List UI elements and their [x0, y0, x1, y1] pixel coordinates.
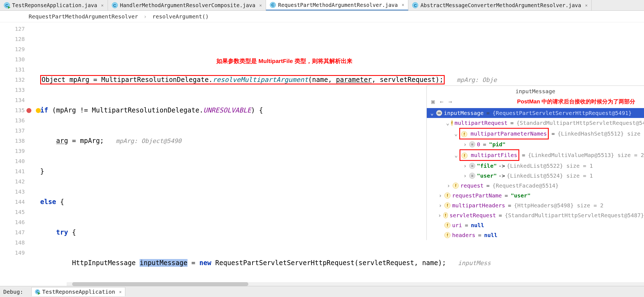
tab-file-2[interactable]: C RequestPartMethodArgumentResolver.java…	[266, 0, 408, 10]
tree-row[interactable]: ›frequest={RequestFacade@5514}	[427, 181, 644, 191]
annotation-red-1: 如果参数类型是 MultipartFile 类型，则将其解析出来	[216, 56, 352, 66]
tree-row[interactable]: ⌄f multipartFiles={LinkedMultiValueMap@5…	[427, 149, 644, 161]
forward-icon[interactable]: →	[449, 98, 452, 105]
close-icon[interactable]: ×	[400, 2, 404, 7]
close-icon[interactable]: ×	[117, 289, 122, 295]
horizontal-scrollbar[interactable]	[67, 282, 644, 286]
camera-icon[interactable]: ▣	[431, 98, 435, 105]
class-icon: C	[4, 2, 10, 8]
line-number-gutter: 1271281291301311321331341351361371381391…	[0, 22, 26, 286]
tab-file-3[interactable]: C AbstractMessageConverterMethodArgument…	[408, 0, 592, 10]
tab-label: HandlerMethodArgumentResolverComposite.j…	[120, 2, 256, 8]
breadcrumb: RequestPartMethodArgumentResolver › reso…	[0, 11, 644, 22]
class-icon: C	[112, 2, 118, 8]
close-icon[interactable]: ×	[99, 3, 104, 8]
back-icon[interactable]: ←	[440, 98, 443, 105]
run-config-name: TestReponseApplication	[42, 288, 115, 295]
tree-row[interactable]: ›frequestPartName="user"	[427, 191, 644, 200]
debug-panel-title: inputMessage	[427, 86, 644, 97]
tab-file-0[interactable]: C TestReponseApplication.java ×	[0, 0, 108, 10]
tree-row[interactable]: fheaders=null	[427, 230, 644, 240]
debug-label: Debug:	[3, 288, 23, 295]
tree-row[interactable]: ›≡0="pid"	[427, 139, 644, 149]
object-icon: ∞	[436, 110, 442, 116]
debug-toolbar: ▣ ← → PostMan 中的请求后台接收的时候分为了两部分	[427, 97, 644, 108]
editor-tab-bar: C TestReponseApplication.java × C Handle…	[0, 0, 644, 11]
breakpoint-icon[interactable]	[26, 108, 31, 113]
run-config-tab[interactable]: C TestReponseApplication ×	[31, 287, 125, 296]
chevron-down-icon[interactable]: ⌄	[430, 108, 434, 118]
editor-area: 1271281291301311321331341351361371381391…	[0, 22, 644, 286]
class-icon: C	[412, 2, 418, 8]
class-icon: C	[270, 2, 276, 8]
bottom-bar: Debug: C TestReponseApplication ×	[0, 286, 644, 297]
breadcrumb-method[interactable]: resolveArgument()	[152, 13, 209, 20]
close-icon[interactable]: ×	[583, 3, 588, 8]
close-icon[interactable]: ×	[257, 3, 262, 8]
tree-row-root[interactable]: ⌄ ∞ inputMessage = {RequestPartServletSe…	[427, 108, 644, 118]
tab-label: TestReponseApplication.java	[12, 2, 97, 8]
tree-row[interactable]: ›≡"user" -> {LinkedList@5524} size = 1	[427, 171, 644, 181]
marker-gutter	[26, 22, 40, 286]
debug-variables-panel: inputMessage ▣ ← → PostMan 中的请求后台接收的时候分为…	[426, 86, 644, 240]
variable-tree[interactable]: ⌄ ∞ inputMessage = {RequestPartServletSe…	[427, 108, 644, 240]
tree-row[interactable]: ⌄fmultipartRequest={StandardMultipartHtt…	[427, 118, 644, 128]
run-icon: C	[35, 289, 40, 294]
scrollbar-thumb[interactable]	[72, 282, 248, 286]
tab-label: RequestPartMethodArgumentResolver.java	[278, 2, 398, 8]
tree-row[interactable]: ›fmultipartHeaders={HttpHeaders@5498} si…	[427, 200, 644, 210]
tree-row[interactable]: ›≡"file" -> {LinkedList@5522} size = 1	[427, 161, 644, 171]
breadcrumb-class[interactable]: RequestPartMethodArgumentResolver	[29, 13, 138, 20]
tab-label: AbstractMessageConverterMethodArgumentRe…	[420, 2, 581, 8]
tree-row[interactable]: ⌄f multipartParameterNames={LinkedHashSe…	[427, 128, 644, 139]
tab-file-1[interactable]: C HandlerMethodArgumentResolverComposite…	[108, 0, 266, 10]
tree-row[interactable]: furi=null	[427, 220, 644, 230]
tree-row[interactable]: ›fservletRequest={StandardMultipartHttpS…	[427, 210, 644, 220]
chevron-right-icon: ›	[143, 13, 147, 20]
annotation-red-2: PostMan 中的请求后台接收的时候分为了两部分	[517, 98, 640, 105]
